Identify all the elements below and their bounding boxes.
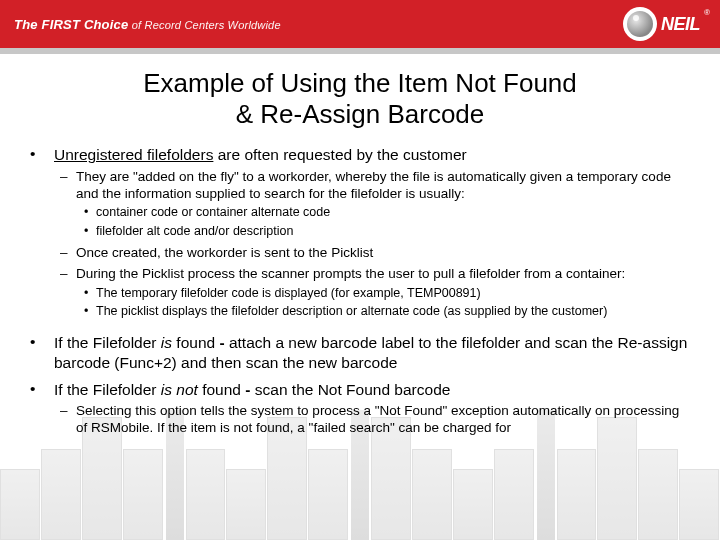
- slide-title: Example of Using the Item Not Found & Re…: [28, 68, 692, 129]
- dash-icon: –: [54, 403, 76, 437]
- bullet-1: • Unregistered filefolders are often req…: [28, 145, 692, 325]
- bullet-icon: •: [28, 333, 54, 372]
- brand-header: The FIRST Choice of Record Centers World…: [0, 0, 720, 48]
- dot-icon: •: [76, 223, 96, 239]
- bullet-3-text: If the Filefolder is not found - scan th…: [54, 380, 692, 399]
- brand-logo: NEIL ®: [623, 0, 710, 48]
- sub-1-1-a-text: container code or container alternate co…: [96, 204, 692, 220]
- sub-1-1: – They are "added on the fly" to a worko…: [54, 169, 692, 241]
- bullet-icon: •: [28, 380, 54, 441]
- sub-1-3-text: During the Picklist process the scanner …: [76, 266, 625, 281]
- dot-icon: •: [76, 285, 96, 301]
- logo-text: NEIL: [661, 14, 700, 35]
- bullet-2-text: If the Filefolder is found - attach a ne…: [54, 333, 692, 372]
- sub-1-2-text: Once created, the workorder is sent to t…: [76, 245, 692, 262]
- dash-icon: –: [54, 169, 76, 241]
- sub-1-3: – During the Picklist process the scanne…: [54, 266, 692, 321]
- bullet-1-underlined: Unregistered filefolders: [54, 146, 213, 163]
- sub-1-3-a: •The temporary filefolder code is displa…: [76, 285, 692, 301]
- title-line-2: & Re-Assign Barcode: [236, 99, 485, 129]
- bullet-2: • If the Filefolder is found - attach a …: [28, 333, 692, 372]
- sub-1-2: – Once created, the workorder is sent to…: [54, 245, 692, 262]
- sub-1-1-a: •container code or container alternate c…: [76, 204, 692, 220]
- tagline-rest: of Record Centers Worldwide: [128, 19, 280, 31]
- dot-icon: •: [76, 303, 96, 319]
- bullet-icon: •: [28, 145, 54, 325]
- dot-icon: •: [76, 204, 96, 220]
- title-line-1: Example of Using the Item Not Found: [143, 68, 577, 98]
- tagline-first: The FIRST Choice: [14, 17, 128, 32]
- slide-content: Example of Using the Item Not Found & Re…: [0, 54, 720, 441]
- sub-1-1-text: They are "added on the fly" to a workord…: [76, 169, 671, 201]
- dash-icon: –: [54, 245, 76, 262]
- bullet-1-rest: are often requested by the customer: [213, 146, 466, 163]
- sub-3-1: – Selecting this option tells the system…: [54, 403, 692, 437]
- sub-3-1-text: Selecting this option tells the system t…: [76, 403, 692, 437]
- sub-1-1-b: •filefolder alt code and/or description: [76, 223, 692, 239]
- bullet-1-heading: Unregistered filefolders are often reque…: [54, 145, 692, 164]
- tagline: The FIRST Choice of Record Centers World…: [14, 17, 281, 32]
- sub-1-1-b-text: filefolder alt code and/or description: [96, 223, 692, 239]
- bullet-3: • If the Filefolder is not found - scan …: [28, 380, 692, 441]
- sub-1-3-b-text: The picklist displays the filefolder des…: [96, 303, 692, 319]
- registered-mark-icon: ®: [704, 8, 710, 17]
- logo-globe-icon: [623, 7, 657, 41]
- bullet-list: • Unregistered filefolders are often req…: [28, 145, 692, 441]
- sub-1-3-a-text: The temporary filefolder code is display…: [96, 285, 692, 301]
- sub-1-3-b: •The picklist displays the filefolder de…: [76, 303, 692, 319]
- dash-icon: –: [54, 266, 76, 321]
